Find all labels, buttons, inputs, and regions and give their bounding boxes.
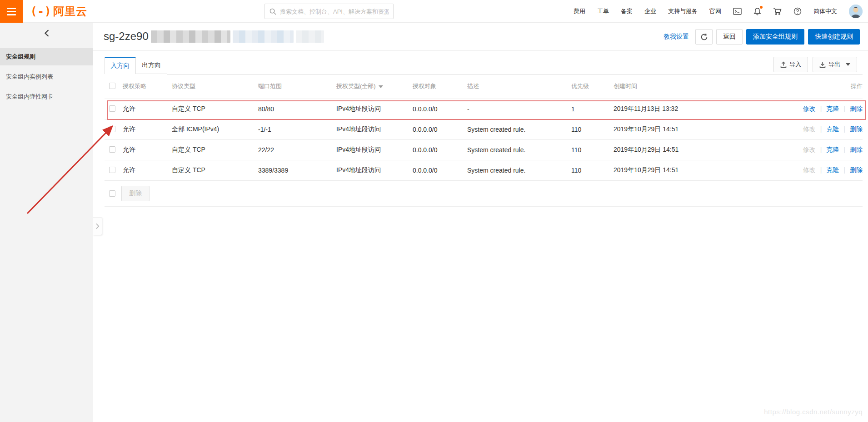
cell-port-range: -1/-1 <box>258 126 336 133</box>
cell-auth-type: IPv4地址段访问 <box>336 166 413 174</box>
search-input[interactable] <box>280 8 389 15</box>
nav-item-website[interactable]: 官网 <box>709 7 721 15</box>
title-redaction-block <box>151 30 230 43</box>
teach-me-setup-link[interactable]: 教我设置 <box>663 33 689 41</box>
cell-auth-type: IPv4地址段访问 <box>336 105 413 113</box>
chevron-left-icon <box>44 29 50 37</box>
row-checkbox[interactable] <box>109 126 115 132</box>
nav-item-tickets[interactable]: 工单 <box>597 7 609 15</box>
notification-dot <box>760 6 763 9</box>
nav-item-icp[interactable]: 备案 <box>621 7 633 15</box>
select-all-checkbox[interactable] <box>109 83 115 89</box>
nav-item-support[interactable]: 支持与服务 <box>668 7 698 15</box>
modify-link[interactable]: 修改 <box>803 166 816 174</box>
refresh-icon <box>700 33 708 41</box>
direction-tab-bar: 入方向 出方向 导入 导出 <box>93 57 868 74</box>
cell-auth-type: IPv4地址段访问 <box>336 125 413 134</box>
add-security-group-rule-button[interactable]: 添加安全组规则 <box>746 29 804 45</box>
search-icon <box>269 8 276 15</box>
nav-item-enterprise[interactable]: 企业 <box>644 7 656 15</box>
title-redaction-block <box>296 30 324 43</box>
sidebar-item-label: 安全组内弹性网卡 <box>6 93 53 101</box>
cell-protocol: 自定义 TCP <box>172 166 258 174</box>
notification-bell-icon[interactable] <box>753 7 761 15</box>
modify-link[interactable]: 修改 <box>803 105 816 112</box>
cell-created: 2019年10月29日 14:51 <box>614 125 718 134</box>
table-row: 允许 自定义 TCP 3389/3389 IPv4地址段访问 0.0.0.0/0… <box>105 160 863 180</box>
cart-icon[interactable] <box>773 7 782 15</box>
table-row: 允许 全部 ICMP(IPv4) -1/-1 IPv4地址段访问 0.0.0.0… <box>105 119 863 139</box>
refresh-button[interactable] <box>695 29 713 45</box>
cell-created: 2019年10月29日 14:51 <box>614 146 718 154</box>
watermark-text: https://blog.csdn.net/sunnyzyq <box>764 408 863 416</box>
aliyun-logo[interactable]: (-) 阿里云 <box>30 0 87 23</box>
clone-link[interactable]: 克隆 <box>826 125 839 133</box>
clone-link[interactable]: 克隆 <box>826 146 839 153</box>
row-checkbox[interactable] <box>109 167 115 173</box>
cell-description: - <box>467 105 571 113</box>
cell-protocol: 自定义 TCP <box>172 105 258 113</box>
delete-link[interactable]: 删除 <box>850 166 863 174</box>
export-label: 导出 <box>828 60 840 69</box>
main-content: sg-2ze90 教我设置 返回 添加安全组规则 快速创建规则 入方向 出方向 <box>93 23 868 422</box>
hamburger-menu-button[interactable] <box>0 0 23 23</box>
import-label: 导入 <box>789 60 801 69</box>
cell-port-range: 22/22 <box>258 146 336 154</box>
table-row: 允许 自定义 TCP 22/22 IPv4地址段访问 0.0.0.0/0 Sys… <box>105 139 863 160</box>
sidebar-item-enis-in-group[interactable]: 安全组内弹性网卡 <box>0 88 93 105</box>
modify-link[interactable]: 修改 <box>803 146 816 153</box>
row-checkbox[interactable] <box>109 146 115 153</box>
navbar-right-menu: 费用 工单 备案 企业 支持与服务 官网 <box>574 0 863 23</box>
cell-protocol: 自定义 TCP <box>172 146 258 154</box>
col-header-protocol: 协议类型 <box>172 82 258 90</box>
table-row: 允许 自定义 TCP 80/80 IPv4地址段访问 0.0.0.0/0 - 1… <box>105 99 863 119</box>
cell-policy: 允许 <box>123 146 172 154</box>
batch-delete-button[interactable]: 删除 <box>121 186 150 201</box>
nav-item-billing[interactable]: 费用 <box>574 7 585 15</box>
global-search[interactable] <box>264 4 394 19</box>
cell-priority: 110 <box>571 146 614 154</box>
col-header-auth-type-filter[interactable]: 授权类型(全部) <box>336 82 413 90</box>
cell-policy: 允许 <box>123 125 172 134</box>
back-button[interactable]: 返回 <box>716 29 743 45</box>
clone-link[interactable]: 克隆 <box>826 105 839 112</box>
download-icon <box>819 61 826 68</box>
console-terminal-icon[interactable] <box>733 8 742 15</box>
cell-description: System created rule. <box>467 126 571 133</box>
col-header-priority: 优先级 <box>571 82 614 90</box>
col-header-created: 创建时间 <box>614 82 718 90</box>
left-sidebar: 安全组规则 安全组内实例列表 安全组内弹性网卡 <box>0 23 93 422</box>
cell-priority: 1 <box>571 105 614 113</box>
cell-description: System created rule. <box>467 146 571 154</box>
upload-icon <box>780 61 787 68</box>
tab-inbound[interactable]: 入方向 <box>105 57 136 74</box>
chevron-right-icon <box>95 223 100 229</box>
delete-link[interactable]: 删除 <box>850 125 863 133</box>
sidebar-item-security-group-rules[interactable]: 安全组规则 <box>0 48 93 65</box>
aliyun-logo-mark: (-) <box>30 5 51 18</box>
cell-port-range: 80/80 <box>258 105 336 113</box>
caret-down-icon <box>379 85 383 88</box>
cell-protocol: 全部 ICMP(IPv4) <box>172 125 258 134</box>
batch-select-checkbox[interactable] <box>109 190 115 197</box>
quick-create-rule-button[interactable]: 快速创建规则 <box>808 29 860 45</box>
sidebar-item-instances-in-group[interactable]: 安全组内实例列表 <box>0 68 93 85</box>
col-header-policy: 授权策略 <box>123 82 172 90</box>
sidebar-expand-handle[interactable] <box>93 217 102 235</box>
modify-link[interactable]: 修改 <box>803 125 816 133</box>
import-export-toolbar: 导入 导出 <box>773 57 857 72</box>
help-icon[interactable] <box>793 7 802 15</box>
col-header-description: 描述 <box>467 82 571 90</box>
tab-outbound[interactable]: 出方向 <box>136 57 167 74</box>
locale-switcher[interactable]: 简体中文 <box>813 7 837 15</box>
sidebar-collapse-button[interactable] <box>0 23 93 44</box>
row-checkbox[interactable] <box>109 105 115 112</box>
user-avatar[interactable] <box>849 5 863 18</box>
export-button[interactable]: 导出 <box>813 57 857 72</box>
cell-description: System created rule. <box>467 167 571 174</box>
delete-link[interactable]: 删除 <box>850 146 863 153</box>
delete-link[interactable]: 删除 <box>850 105 863 112</box>
cell-created: 2019年11月13日 13:32 <box>614 105 718 113</box>
import-button[interactable]: 导入 <box>773 57 808 72</box>
clone-link[interactable]: 克隆 <box>826 166 839 174</box>
